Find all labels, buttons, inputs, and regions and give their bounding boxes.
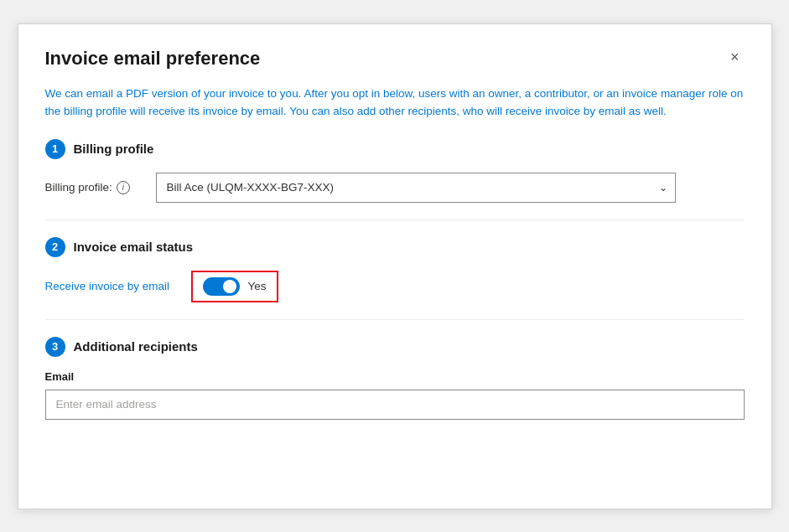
toggle-status-text: Yes [248,280,267,292]
invoice-email-dialog: Invoice email preference × We can email … [18,23,772,509]
toggle-knob [223,280,236,293]
section-1-header: 1 Billing profile [45,139,745,159]
section-2-header: 2 Invoice email status [45,237,745,257]
billing-profile-info-icon[interactable]: i [117,181,130,194]
email-input[interactable] [45,390,745,420]
section-1-title: Billing profile [74,142,154,156]
additional-recipients-section: 3 Additional recipients Email [45,337,745,420]
dialog-title: Invoice email preference [45,48,261,70]
billing-profile-field-row: Billing profile: i Bill Ace (ULQM-XXXX-B… [45,173,745,203]
section-2-title: Invoice email status [74,240,194,254]
billing-profile-dropdown-wrapper: Bill Ace (ULQM-XXXX-BG7-XXX) ⌄ [156,173,676,203]
toggle-label: Receive invoice by email [45,280,179,292]
billing-profile-dropdown[interactable]: Bill Ace (ULQM-XXXX-BG7-XXX) [156,173,676,203]
section-1-number: 1 [45,139,65,159]
section-3-number: 3 [45,337,65,357]
divider-2 [45,319,745,320]
billing-profile-section: 1 Billing profile Billing profile: i Bil… [45,139,745,203]
email-toggle[interactable] [203,277,240,296]
billing-profile-label: Billing profile: i [45,181,146,194]
section-2-number: 2 [45,237,65,257]
close-button[interactable]: × [725,48,745,66]
description-text: We can email a PDF version of your invoi… [45,85,745,121]
section-3-title: Additional recipients [74,339,198,354]
divider-1 [45,220,745,220]
toggle-highlight-box: Yes [191,271,278,302]
additional-recipients-content: Email [45,370,745,420]
section-3-header: 3 Additional recipients [45,337,745,357]
email-field-label: Email [45,370,745,383]
invoice-email-status-section: 2 Invoice email status Receive invoice b… [45,237,745,302]
dialog-header: Invoice email preference × [45,48,745,70]
toggle-row: Receive invoice by email Yes [45,271,745,302]
